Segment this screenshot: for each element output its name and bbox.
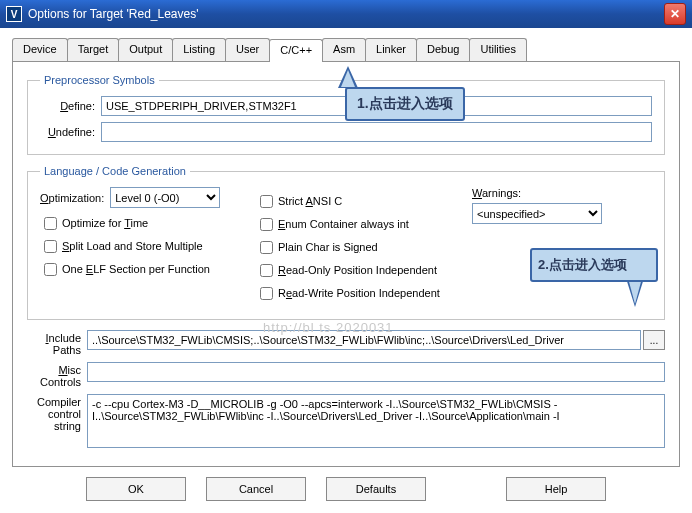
enum-container-checkbox[interactable] [260, 218, 273, 231]
enum-container-label: Enum Container always int [278, 218, 409, 230]
col-mid: Strict ANSI C Enum Container always int … [256, 187, 460, 307]
tab-device[interactable]: Device [12, 38, 68, 61]
optimization-select[interactable]: Level 0 (-O0) [110, 187, 220, 208]
readonly-pi-label: Read-Only Position Independent [278, 264, 437, 276]
paths-area: IncludePaths ... MiscControls Compilerco… [27, 330, 665, 448]
app-icon: V [6, 6, 22, 22]
tab-linker[interactable]: Linker [365, 38, 417, 61]
language-codegen-legend: Language / Code Generation [40, 165, 190, 177]
misc-controls-input[interactable] [87, 362, 665, 382]
tab-strip: Device Target Output Listing User C/C++ … [12, 38, 680, 62]
tab-asm[interactable]: Asm [322, 38, 366, 61]
readwrite-pi-checkbox[interactable] [260, 287, 273, 300]
define-label: Define: [40, 100, 95, 112]
callout-1-arrow [338, 66, 358, 88]
optimize-time-checkbox[interactable] [44, 217, 57, 230]
col-left: Optimization: Level 0 (-O0) Optimize for… [40, 187, 244, 307]
callout-2: 2.点击进入选项 [530, 248, 658, 282]
preprocessor-legend: Preprocessor Symbols [40, 74, 159, 86]
help-button[interactable]: Help [506, 477, 606, 501]
tab-utilities[interactable]: Utilities [469, 38, 526, 61]
warnings-select[interactable]: <unspecified> [472, 203, 602, 224]
split-load-label: Split Load and Store Multiple [62, 240, 203, 252]
close-icon: ✕ [670, 7, 680, 21]
titlebar: V Options for Target 'Red_Leaves' ✕ [0, 0, 692, 28]
strict-ansi-checkbox[interactable] [260, 195, 273, 208]
one-elf-checkbox[interactable] [44, 263, 57, 276]
undefine-input[interactable] [101, 122, 652, 142]
plain-char-label: Plain Char is Signed [278, 241, 378, 253]
undefine-label: Undefine: [40, 126, 95, 138]
watermark-text: http://bl ts 2020031 [263, 320, 394, 335]
misc-controls-label: MiscControls [27, 362, 81, 388]
strict-ansi-label: Strict ANSI C [278, 195, 342, 207]
language-codegen-group: Language / Code Generation Optimization:… [27, 165, 665, 320]
split-load-checkbox[interactable] [44, 240, 57, 253]
defaults-button[interactable]: Defaults [326, 477, 426, 501]
tab-target[interactable]: Target [67, 38, 120, 61]
cancel-button[interactable]: Cancel [206, 477, 306, 501]
optimize-time-label: Optimize for Time [62, 217, 148, 229]
warnings-label: Warnings: [472, 187, 652, 199]
tab-user[interactable]: User [225, 38, 270, 61]
readwrite-pi-label: Read-Write Position Independent [278, 287, 440, 299]
compiler-string-label: Compilercontrolstring [27, 394, 81, 432]
ok-button[interactable]: OK [86, 477, 186, 501]
plain-char-checkbox[interactable] [260, 241, 273, 254]
close-button[interactable]: ✕ [664, 3, 686, 25]
tab-listing[interactable]: Listing [172, 38, 226, 61]
include-paths-label: IncludePaths [27, 330, 81, 356]
include-paths-browse-button[interactable]: ... [643, 330, 665, 350]
tab-debug[interactable]: Debug [416, 38, 470, 61]
optimization-label: Optimization: [40, 192, 104, 204]
tab-output[interactable]: Output [118, 38, 173, 61]
button-bar: OK Cancel Defaults Help [12, 467, 680, 505]
tab-c-cpp[interactable]: C/C++ [269, 39, 323, 62]
readonly-pi-checkbox[interactable] [260, 264, 273, 277]
callout-1: 1.点击进入选项 [345, 87, 465, 121]
one-elf-label: One ELF Section per Function [62, 263, 210, 275]
window-title: Options for Target 'Red_Leaves' [28, 7, 664, 21]
compiler-string-textarea[interactable]: -c --cpu Cortex-M3 -D__MICROLIB -g -O0 -… [87, 394, 665, 448]
